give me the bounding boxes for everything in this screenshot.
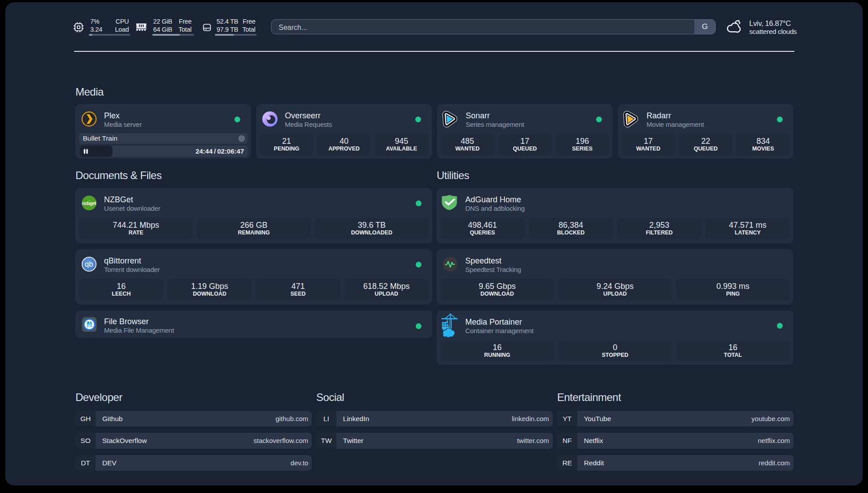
svg-text:nzbget: nzbget [82, 201, 96, 206]
svg-text:qb: qb [85, 260, 93, 268]
